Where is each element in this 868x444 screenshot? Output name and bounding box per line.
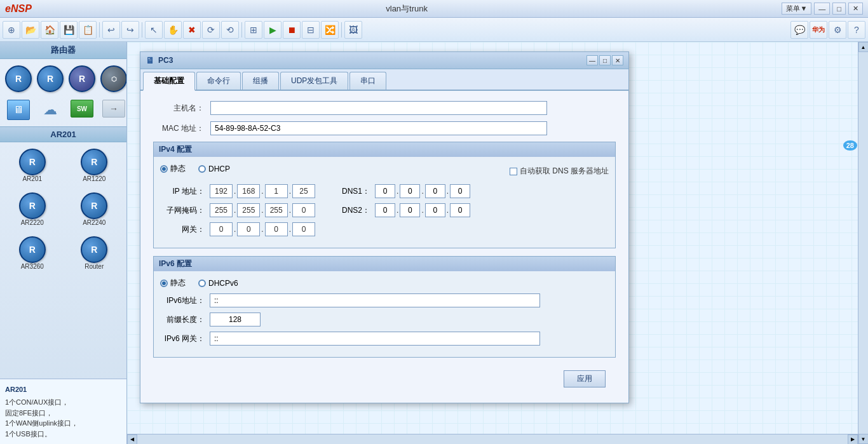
tab-multicast[interactable]: 组播 bbox=[242, 72, 279, 90]
gateway-label: 网关： bbox=[160, 224, 205, 235]
tb-undo[interactable]: ↩ bbox=[102, 21, 120, 39]
sidebar-icon-r2[interactable]: R bbox=[36, 63, 65, 95]
minimize-button[interactable]: — bbox=[814, 3, 830, 15]
tab-command[interactable]: 命令行 bbox=[196, 72, 241, 90]
tb-grid[interactable]: ⊞ bbox=[245, 21, 262, 39]
gw-oct2[interactable] bbox=[237, 222, 260, 236]
tb-refresh[interactable]: ⟳ bbox=[202, 21, 220, 39]
sidebar-icon-more[interactable]: → bbox=[99, 97, 127, 123]
mac-input[interactable] bbox=[210, 121, 547, 135]
dns1-oct3[interactable] bbox=[425, 184, 445, 198]
tb-help[interactable]: ? bbox=[848, 21, 865, 39]
canvas-area[interactable]: Ethernet 0/0/2 Ethernet 0/0/1 net 0/0/1 … bbox=[127, 42, 868, 444]
tb-back[interactable]: ⟲ bbox=[221, 21, 239, 39]
sidebar-icon-cloud[interactable]: ☁ bbox=[36, 97, 65, 123]
sidebar-ar201[interactable]: R AR201 bbox=[4, 146, 61, 185]
dns2-oct3[interactable] bbox=[425, 203, 445, 217]
tb-settings[interactable]: ⚙ bbox=[829, 21, 846, 39]
sidebar-icon-r3[interactable]: R bbox=[67, 63, 97, 95]
dhcp-radio-btn[interactable] bbox=[198, 165, 206, 173]
dns1-oct4[interactable] bbox=[450, 184, 470, 198]
dns2-oct4[interactable] bbox=[450, 203, 470, 217]
tab-serial[interactable]: 串口 bbox=[349, 72, 386, 90]
tb-redo[interactable]: ↪ bbox=[121, 21, 139, 39]
auto-dns-label: 自动获取 DNS 服务器地址 bbox=[520, 166, 609, 177]
sidebar-icon-r4[interactable]: ⬡ bbox=[99, 63, 127, 95]
tb-select[interactable]: ↖ bbox=[145, 21, 163, 39]
prefix-label: 前缀长度： bbox=[160, 314, 205, 325]
ipv4-static-radio[interactable]: 静态 bbox=[160, 163, 186, 174]
tb-home[interactable]: 🏠 bbox=[41, 21, 58, 39]
tb-new[interactable]: ⊕ bbox=[3, 21, 20, 39]
tb-huawei[interactable]: 华为 bbox=[810, 21, 827, 39]
gw-oct3[interactable] bbox=[265, 222, 288, 236]
router-icon-grid: R R R ⬡ 🖥 ☁ SW → bbox=[0, 59, 126, 126]
ipv6-gw-input[interactable] bbox=[210, 332, 540, 346]
close-button[interactable]: ✕ bbox=[848, 3, 863, 15]
dialog-close[interactable]: ✕ bbox=[612, 55, 623, 65]
ip-oct2[interactable] bbox=[237, 184, 260, 198]
ipv6-addr-input[interactable] bbox=[210, 293, 540, 307]
ipv6-static-radio[interactable]: 静态 bbox=[160, 278, 186, 288]
sidebar-ar3260[interactable]: R AR3260 bbox=[4, 234, 61, 272]
subnet-oct3[interactable] bbox=[265, 203, 288, 217]
tb-random[interactable]: 🔀 bbox=[321, 21, 339, 39]
ip-oct3[interactable] bbox=[265, 184, 288, 198]
sidebar-icon-switch[interactable]: SW bbox=[67, 97, 97, 123]
hostname-input[interactable] bbox=[210, 101, 547, 115]
dns2-oct2[interactable] bbox=[400, 203, 420, 217]
dns2-oct1[interactable] bbox=[375, 203, 395, 217]
ar3260-icon: R bbox=[19, 236, 46, 263]
tb-chat[interactable]: 💬 bbox=[790, 21, 808, 39]
ar1220-icon: R bbox=[81, 149, 107, 175]
menu-button[interactable]: 菜单▼ bbox=[782, 3, 811, 15]
tb-pause[interactable]: ⊟ bbox=[302, 21, 320, 39]
dialog-restore[interactable]: □ bbox=[599, 55, 611, 65]
ipv6-dhcpv6-radio[interactable]: DHCPv6 bbox=[198, 279, 238, 288]
dns1-oct1[interactable] bbox=[375, 184, 395, 198]
tb-save[interactable]: 💾 bbox=[60, 21, 78, 39]
sidebar-ar1220[interactable]: R AR1220 bbox=[66, 146, 123, 185]
auto-dns-checkbox[interactable] bbox=[510, 168, 517, 175]
tb-copy[interactable]: 📋 bbox=[79, 21, 97, 39]
tb-capture[interactable]: 🖼 bbox=[344, 21, 362, 39]
sidebar-ar2220[interactable]: R AR2220 bbox=[4, 190, 61, 229]
gw-oct1[interactable] bbox=[210, 222, 233, 236]
tab-basic-config[interactable]: 基础配置 bbox=[143, 72, 195, 91]
dialog-minimize[interactable]: — bbox=[587, 55, 598, 65]
static-radio-btn[interactable] bbox=[160, 165, 168, 173]
dialog-title: 🖥 PC3 bbox=[146, 55, 173, 65]
router-icon-3: R bbox=[69, 65, 95, 92]
sidebar-icon-r1[interactable]: R bbox=[4, 63, 33, 95]
sidebar-icon-pc[interactable]: 🖥 bbox=[4, 97, 33, 123]
tb-pan[interactable]: ✋ bbox=[164, 21, 182, 39]
mac-row: MAC 地址： bbox=[153, 121, 616, 135]
auto-dns-row: 自动获取 DNS 服务器地址 bbox=[510, 166, 609, 177]
restore-button[interactable]: □ bbox=[832, 3, 846, 15]
pc-sidebar-icon: 🖥 bbox=[7, 100, 30, 120]
ipv6-static-btn[interactable] bbox=[160, 279, 168, 287]
ip-oct1[interactable] bbox=[210, 184, 233, 198]
ipv6-radio-row: 静态 DHCPv6 bbox=[160, 278, 609, 288]
dns1-oct2[interactable] bbox=[400, 184, 420, 198]
sidebar-router[interactable]: R Router bbox=[66, 234, 123, 272]
prefix-input[interactable] bbox=[210, 313, 261, 326]
sidebar-description: AR201 1个CON/AUX接口， 固定8FE接口， 1个WAN侧uplink… bbox=[0, 379, 126, 445]
tb-stop[interactable]: ⏹ bbox=[283, 21, 301, 39]
tab-udp[interactable]: UDP发包工具 bbox=[280, 72, 348, 90]
hostname-label: 主机名： bbox=[153, 103, 204, 114]
dialog-icon: 🖥 bbox=[146, 55, 154, 65]
ip-oct4[interactable] bbox=[292, 184, 315, 198]
gw-oct4[interactable] bbox=[292, 222, 315, 236]
ipv4-dhcp-radio[interactable]: DHCP bbox=[198, 165, 230, 173]
subnet-row: 子网掩码： . . . bbox=[160, 203, 315, 217]
apply-button[interactable]: 应用 bbox=[564, 370, 606, 387]
tb-delete[interactable]: ✖ bbox=[183, 21, 201, 39]
ipv6-dhcpv6-btn[interactable] bbox=[198, 279, 206, 287]
subnet-oct1[interactable] bbox=[210, 203, 233, 217]
subnet-oct4[interactable] bbox=[292, 203, 315, 217]
subnet-oct2[interactable] bbox=[237, 203, 260, 217]
sidebar-ar2240[interactable]: R AR2240 bbox=[66, 190, 123, 229]
tb-run[interactable]: ▶ bbox=[264, 21, 281, 39]
tb-open[interactable]: 📂 bbox=[22, 21, 39, 39]
